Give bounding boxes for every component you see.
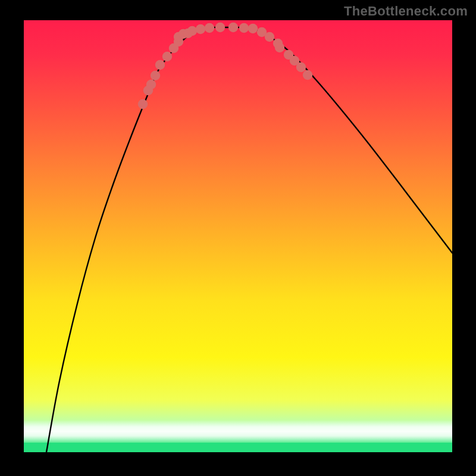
bottleneck-curve (46, 27, 452, 452)
gpu-marker (296, 62, 306, 72)
gpu-marker (155, 60, 165, 70)
gpu-markers-group (138, 23, 312, 109)
gpu-marker (196, 24, 205, 34)
gpu-marker (303, 70, 312, 80)
gpu-marker (239, 23, 249, 33)
gpu-marker (151, 71, 160, 80)
gpu-marker (138, 99, 148, 109)
gpu-marker (187, 26, 197, 36)
gpu-marker (162, 52, 172, 61)
gpu-marker (205, 23, 214, 33)
gpu-marker (228, 23, 238, 32)
chart-stage: TheBottleneck.com (0, 0, 476, 476)
gpu-marker (146, 80, 156, 89)
gpu-marker (265, 32, 274, 42)
curve-layer (24, 20, 452, 452)
watermark-text: TheBottleneck.com (344, 4, 468, 19)
gpu-marker (215, 23, 225, 32)
gpu-marker (275, 43, 284, 52)
gpu-marker (248, 24, 258, 33)
plot-area (24, 20, 452, 452)
